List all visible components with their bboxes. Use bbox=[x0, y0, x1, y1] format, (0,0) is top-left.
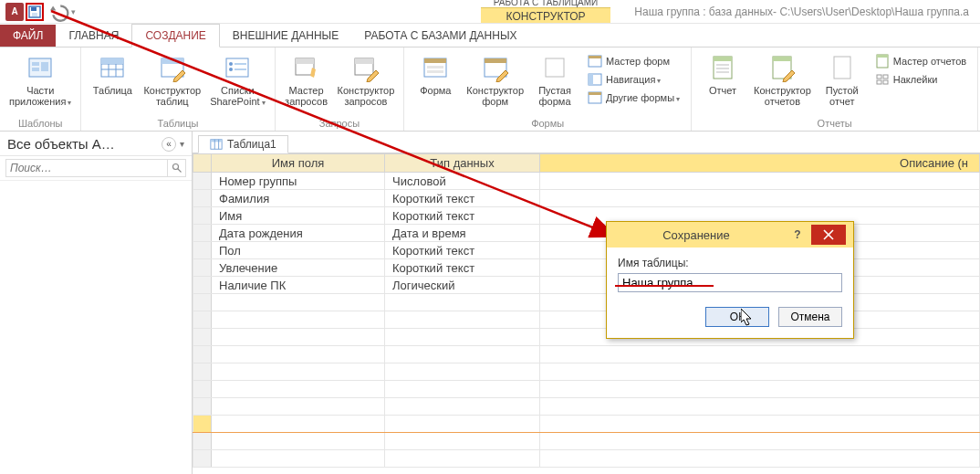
dialog-help-button[interactable]: ? bbox=[786, 228, 809, 241]
row-selector[interactable] bbox=[193, 294, 212, 311]
query-wizard-button[interactable]: Мастерзапросов bbox=[283, 51, 330, 109]
cell-fieldname[interactable] bbox=[212, 381, 385, 398]
cell-datatype[interactable]: Числовой bbox=[385, 173, 540, 190]
cell-fieldname[interactable]: Фамилия bbox=[212, 190, 385, 207]
row-selector[interactable] bbox=[193, 259, 212, 277]
row-selector[interactable] bbox=[193, 346, 212, 363]
undo-button[interactable] bbox=[46, 2, 69, 22]
tab-create[interactable]: СОЗДАНИЕ bbox=[131, 24, 219, 47]
labels-button[interactable]: Наклейки bbox=[871, 71, 970, 88]
row-selector[interactable] bbox=[193, 207, 212, 225]
table-name-input[interactable] bbox=[618, 273, 842, 292]
table-design-grid[interactable]: Имя поля Тип данных Описание (н Номер гр… bbox=[193, 153, 980, 474]
cell-description[interactable] bbox=[540, 363, 980, 381]
search-icon[interactable] bbox=[168, 159, 186, 177]
blank-form-button[interactable]: Пустаяформа bbox=[531, 51, 579, 109]
cell-fieldname[interactable] bbox=[212, 450, 385, 468]
form-wizard-button[interactable]: Мастер форм bbox=[584, 53, 683, 69]
cell-datatype[interactable] bbox=[385, 294, 540, 311]
dialog-close-button[interactable] bbox=[811, 225, 846, 245]
tab-database-tools[interactable]: РАБОТА С БАЗАМИ ДАННЫХ bbox=[351, 25, 529, 47]
table-row[interactable] bbox=[193, 381, 980, 398]
cell-fieldname[interactable]: Увлечение bbox=[212, 259, 385, 277]
nav-dropdown-icon[interactable]: ▾ bbox=[180, 139, 184, 149]
cell-fieldname[interactable] bbox=[212, 398, 385, 416]
cell-fieldname[interactable] bbox=[212, 329, 385, 346]
context-tab-designer[interactable]: КОНСТРУКТОР bbox=[481, 7, 610, 23]
row-selector[interactable] bbox=[193, 433, 212, 450]
navigation-button[interactable]: Навигация bbox=[584, 71, 683, 88]
cell-datatype[interactable]: Короткий текст bbox=[385, 259, 540, 277]
cell-datatype[interactable]: Короткий текст bbox=[385, 207, 540, 225]
cell-datatype[interactable]: Короткий текст bbox=[385, 242, 540, 259]
cell-fieldname[interactable]: Дата рождения bbox=[212, 225, 385, 242]
row-selector[interactable] bbox=[193, 363, 212, 381]
cell-fieldname[interactable] bbox=[212, 346, 385, 363]
tab-home[interactable]: ГЛАВНАЯ bbox=[56, 25, 131, 47]
row-selector[interactable] bbox=[193, 416, 212, 433]
save-button[interactable] bbox=[26, 3, 44, 21]
ok-button[interactable]: ОК bbox=[705, 307, 769, 327]
table-row[interactable]: ИмяКороткий текст bbox=[193, 207, 980, 225]
table-row[interactable] bbox=[193, 398, 980, 416]
cell-description[interactable] bbox=[540, 433, 980, 450]
cell-datatype[interactable] bbox=[385, 363, 540, 381]
cell-fieldname[interactable] bbox=[212, 363, 385, 381]
table-button[interactable]: Таблица bbox=[89, 51, 136, 98]
form-button[interactable]: Форма bbox=[412, 51, 459, 98]
table-row[interactable] bbox=[193, 329, 980, 346]
row-selector-header[interactable] bbox=[193, 154, 212, 173]
cell-fieldname[interactable]: Пол bbox=[212, 242, 385, 259]
cell-datatype[interactable] bbox=[385, 329, 540, 346]
nav-title[interactable]: Все объекты A… bbox=[7, 136, 115, 152]
sharepoint-lists-button[interactable]: СпискиSharePoint bbox=[208, 51, 266, 111]
row-selector[interactable] bbox=[193, 242, 212, 259]
cell-description[interactable] bbox=[540, 173, 980, 190]
cell-fieldname[interactable]: Имя bbox=[212, 207, 385, 225]
table-row[interactable]: Наличие ПКЛогический bbox=[193, 277, 980, 294]
cell-description[interactable] bbox=[540, 416, 980, 433]
form-design-button[interactable]: Конструкторформ bbox=[464, 51, 526, 109]
row-selector[interactable] bbox=[193, 381, 212, 398]
row-selector[interactable] bbox=[193, 329, 212, 346]
report-design-button[interactable]: Конструкторотчетов bbox=[752, 51, 813, 109]
qat-more-icon[interactable]: ▾ bbox=[71, 7, 76, 16]
row-selector[interactable] bbox=[193, 225, 212, 242]
table-row[interactable] bbox=[193, 363, 980, 381]
table-row[interactable]: Дата рожденияДата и время bbox=[193, 225, 980, 242]
row-selector[interactable] bbox=[193, 450, 212, 468]
cell-datatype[interactable] bbox=[385, 398, 540, 416]
row-selector[interactable] bbox=[193, 311, 212, 329]
column-header-datatype[interactable]: Тип данных bbox=[385, 154, 540, 173]
table-row[interactable]: ПолКороткий текст bbox=[193, 242, 980, 259]
cell-datatype[interactable]: Короткий текст bbox=[385, 190, 540, 207]
cell-description[interactable] bbox=[540, 450, 980, 468]
query-design-button[interactable]: Конструкторзапросов bbox=[336, 51, 397, 109]
table-row[interactable] bbox=[193, 346, 980, 363]
cell-description[interactable] bbox=[540, 190, 980, 207]
cell-datatype[interactable] bbox=[385, 311, 540, 329]
nav-search-input[interactable] bbox=[5, 159, 168, 177]
row-selector[interactable] bbox=[193, 190, 212, 207]
table-row[interactable]: Номер группыЧисловой bbox=[193, 173, 980, 190]
row-selector[interactable] bbox=[193, 173, 212, 190]
cell-fieldname[interactable] bbox=[212, 294, 385, 311]
row-selector[interactable] bbox=[193, 398, 212, 416]
cell-datatype[interactable] bbox=[385, 346, 540, 363]
table-row[interactable] bbox=[193, 311, 980, 329]
other-forms-button[interactable]: Другие формы bbox=[584, 90, 683, 106]
report-button[interactable]: Отчет bbox=[699, 51, 746, 98]
column-header-description[interactable]: Описание (н bbox=[540, 154, 980, 173]
cell-datatype[interactable] bbox=[385, 433, 540, 450]
table-row[interactable] bbox=[193, 294, 980, 311]
cell-datatype[interactable] bbox=[385, 450, 540, 468]
cell-fieldname[interactable] bbox=[212, 433, 385, 450]
blank-report-button[interactable]: Пустойотчет bbox=[818, 51, 866, 109]
cell-datatype[interactable]: Дата и время bbox=[385, 225, 540, 242]
cell-description[interactable] bbox=[540, 381, 980, 398]
table-row[interactable] bbox=[193, 416, 980, 433]
cell-datatype[interactable] bbox=[385, 416, 540, 433]
tab-external-data[interactable]: ВНЕШНИЕ ДАННЫЕ bbox=[220, 25, 351, 47]
cell-datatype[interactable]: Логический bbox=[385, 277, 540, 294]
column-header-fieldname[interactable]: Имя поля bbox=[212, 154, 385, 173]
